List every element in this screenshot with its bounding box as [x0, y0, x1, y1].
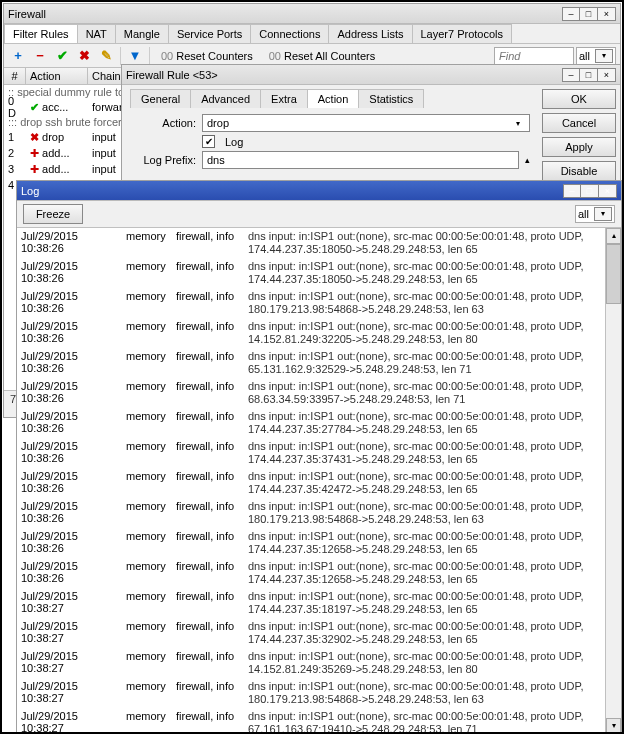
separator	[149, 47, 150, 65]
remove-rule-button[interactable]: −	[30, 46, 50, 66]
action-select[interactable]: drop ▾	[202, 114, 530, 132]
col-number[interactable]: #	[4, 68, 26, 84]
chevron-up-icon[interactable]: ▴	[525, 155, 530, 165]
firewall-title: Firewall	[8, 8, 562, 20]
log-entry[interactable]: Jul/29/2015 10:38:26memoryfirewall, info…	[17, 468, 621, 498]
log-entry[interactable]: Jul/29/2015 10:38:26memoryfirewall, info…	[17, 558, 621, 588]
disable-button[interactable]: ✖	[74, 46, 94, 66]
tab-filter-rules[interactable]: Filter Rules	[4, 24, 78, 43]
minimize-button[interactable]: –	[562, 7, 580, 21]
maximize-button[interactable]: □	[580, 7, 598, 21]
scroll-down-icon[interactable]: ▾	[606, 718, 621, 734]
log-titlebar[interactable]: Log – □ ×	[17, 181, 621, 201]
chevron-down-icon[interactable]: ▾	[594, 207, 612, 221]
tab-advanced[interactable]: Advanced	[190, 89, 261, 108]
tab-service-ports[interactable]: Service Ports	[168, 24, 251, 43]
firewall-tabs: Filter RulesNATMangleService PortsConnec…	[4, 24, 620, 44]
log-entry[interactable]: Jul/29/2015 10:38:26memoryfirewall, info…	[17, 378, 621, 408]
rule-tabs: GeneralAdvancedExtraActionStatistics	[130, 89, 530, 108]
log-title: Log	[21, 185, 563, 197]
log-entry[interactable]: Jul/29/2015 10:38:27memoryfirewall, info…	[17, 678, 621, 708]
close-button[interactable]: ×	[599, 184, 617, 198]
log-entry[interactable]: Jul/29/2015 10:38:26memoryfirewall, info…	[17, 438, 621, 468]
log-toolbar: Freeze all▾	[17, 201, 621, 228]
action-value: drop	[207, 117, 229, 129]
log-entry[interactable]: Jul/29/2015 10:38:27memoryfirewall, info…	[17, 648, 621, 678]
col-action[interactable]: Action	[26, 68, 88, 84]
scrollbar[interactable]: ▴ ▾	[605, 228, 621, 734]
log-label: Log	[225, 136, 243, 148]
log-entry[interactable]: Jul/29/2015 10:38:26memoryfirewall, info…	[17, 258, 621, 288]
tab-layer7-protocols[interactable]: Layer7 Protocols	[412, 24, 513, 43]
filter-select[interactable]: all▾	[576, 47, 616, 65]
log-entry[interactable]: Jul/29/2015 10:38:27memoryfirewall, info…	[17, 708, 621, 734]
log-entry[interactable]: Jul/29/2015 10:38:26memoryfirewall, info…	[17, 528, 621, 558]
reset-all-counters-button[interactable]: 00 Reset All Counters	[262, 47, 382, 65]
maximize-button[interactable]: □	[580, 68, 598, 82]
enable-button[interactable]: ✔	[52, 46, 72, 66]
log-entry[interactable]: Jul/29/2015 10:38:26memoryfirewall, info…	[17, 498, 621, 528]
chevron-down-icon[interactable]: ▾	[595, 49, 613, 63]
rule-titlebar[interactable]: Firewall Rule <53> – □ ×	[122, 65, 620, 85]
log-list[interactable]: Jul/29/2015 10:38:26memoryfirewall, info…	[17, 228, 621, 734]
disable-button[interactable]: Disable	[542, 161, 616, 181]
log-entry[interactable]: Jul/29/2015 10:38:26memoryfirewall, info…	[17, 408, 621, 438]
ok-button[interactable]: OK	[542, 89, 616, 109]
chevron-down-icon[interactable]: ▾	[511, 119, 525, 128]
separator	[120, 47, 121, 65]
tab-mangle[interactable]: Mangle	[115, 24, 169, 43]
log-filter-select[interactable]: all▾	[575, 205, 615, 223]
tab-address-lists[interactable]: Address Lists	[328, 24, 412, 43]
rule-title: Firewall Rule <53>	[126, 69, 562, 81]
log-entry[interactable]: Jul/29/2015 10:38:27memoryfirewall, info…	[17, 618, 621, 648]
tab-extra[interactable]: Extra	[260, 89, 308, 108]
cancel-button[interactable]: Cancel	[542, 113, 616, 133]
tab-action[interactable]: Action	[307, 89, 360, 108]
log-checkbox[interactable]: ✔	[202, 135, 215, 148]
scroll-thumb[interactable]	[606, 244, 621, 304]
scroll-up-icon[interactable]: ▴	[606, 228, 621, 244]
log-entry[interactable]: Jul/29/2015 10:38:27memoryfirewall, info…	[17, 588, 621, 618]
log-entry[interactable]: Jul/29/2015 10:38:26memoryfirewall, info…	[17, 228, 621, 258]
reset-counters-button[interactable]: 00 Reset Counters	[154, 47, 260, 65]
log-prefix-input[interactable]	[202, 151, 519, 169]
minimize-button[interactable]: –	[563, 184, 581, 198]
rule-window: Firewall Rule <53> – □ × GeneralAdvanced…	[121, 64, 621, 183]
tab-connections[interactable]: Connections	[250, 24, 329, 43]
log-entry[interactable]: Jul/29/2015 10:38:26memoryfirewall, info…	[17, 288, 621, 318]
tab-general[interactable]: General	[130, 89, 191, 108]
log-entry[interactable]: Jul/29/2015 10:38:26memoryfirewall, info…	[17, 348, 621, 378]
log-prefix-label: Log Prefix:	[130, 154, 202, 166]
filter-button[interactable]: ▼	[125, 46, 145, 66]
minimize-button[interactable]: –	[562, 68, 580, 82]
close-button[interactable]: ×	[598, 7, 616, 21]
apply-button[interactable]: Apply	[542, 137, 616, 157]
maximize-button[interactable]: □	[581, 184, 599, 198]
log-window: Log – □ × Freeze all▾ Jul/29/2015 10:38:…	[16, 180, 622, 732]
tab-nat[interactable]: NAT	[77, 24, 116, 43]
comment-button[interactable]: ✎	[96, 46, 116, 66]
tab-statistics[interactable]: Statistics	[358, 89, 424, 108]
log-entry[interactable]: Jul/29/2015 10:38:26memoryfirewall, info…	[17, 318, 621, 348]
action-label: Action:	[130, 117, 202, 129]
find-input[interactable]	[494, 47, 574, 65]
freeze-button[interactable]: Freeze	[23, 204, 83, 224]
close-button[interactable]: ×	[598, 68, 616, 82]
add-rule-button[interactable]: +	[8, 46, 28, 66]
firewall-titlebar[interactable]: Firewall – □ ×	[4, 4, 620, 24]
